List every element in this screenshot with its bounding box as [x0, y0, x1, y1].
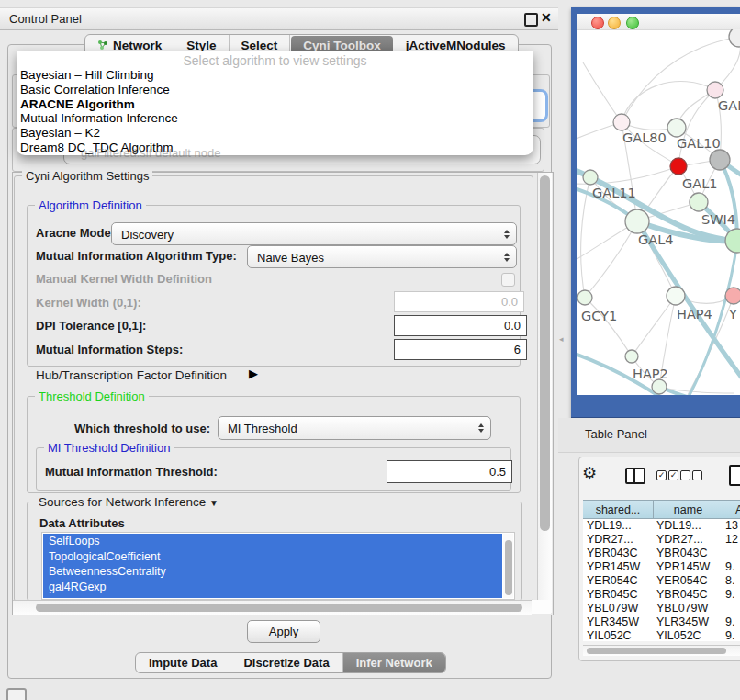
table-row[interactable]: YDL19...YDL19...13 [583, 519, 740, 533]
network-node-y[interactable] [725, 288, 740, 304]
kernel-width-field[interactable]: 0.0 [394, 291, 524, 312]
unchecked-checkbox-icon[interactable] [692, 470, 702, 480]
table-row[interactable]: YIL052CYIL052C9. [583, 629, 740, 641]
popup-header: Select algorithm to view settings [17, 53, 533, 68]
aracne-mode-value: Discovery [121, 227, 174, 241]
network-node[interactable] [729, 29, 740, 47]
settings-vscrollbar-thumb[interactable] [540, 175, 550, 531]
settings-hscrollbar[interactable] [13, 600, 532, 615]
floating-panel-icon[interactable] [6, 688, 27, 700]
table-row[interactable]: YBR043CYBR043C [583, 547, 740, 560]
table-hscrollbar-thumb[interactable] [587, 648, 726, 654]
bottom-tab-infer-network[interactable]: Infer Network [343, 653, 445, 672]
bottom-tab-impute-data[interactable]: Impute Data [136, 653, 230, 672]
expand-arrow-icon[interactable]: ▶ [249, 367, 258, 380]
mi-steps-label: Mutual Information Steps: [36, 343, 183, 356]
table-row[interactable]: YDR27...YDR27...12 [583, 533, 740, 547]
sources-title-text: Sources for Network Inference [39, 495, 206, 509]
background-combo-ghost-text: galFiltered.sif default node [81, 146, 220, 160]
algorithm-option-basic-correlation-inference[interactable]: Basic Correlation Inference [20, 83, 530, 97]
manual-kernel-label: Manual Kernel Width Definition [36, 272, 212, 286]
data-attributes-label: Data Attributes [39, 516, 125, 530]
mi-threshold-label: Mutual Information Threshold: [45, 465, 218, 479]
network-node[interactable] [652, 379, 667, 394]
minimize-traffic-light-icon[interactable] [608, 17, 621, 29]
aracne-mode-combo[interactable]: Discovery [111, 222, 517, 245]
network-node-label: GAL [718, 98, 740, 113]
which-threshold-combo[interactable]: MI Threshold [218, 416, 491, 440]
network-node-swi4[interactable] [690, 193, 708, 211]
table-rows: YDL19...YDL19...13YDR27...YDR27...12YBR0… [583, 519, 740, 641]
attribute-item-betweennesscentrality[interactable]: BetweennessCentrality [43, 564, 502, 580]
table-row[interactable]: YBL079WYBL079W [583, 602, 740, 615]
algorithm-definition-title: Algorithm Definition [35, 198, 146, 212]
network-node-gal80[interactable] [613, 114, 630, 130]
mi-type-label: Mutual Information Algorithm Type: [36, 249, 237, 263]
table-row[interactable]: YPR145WYPR145W9. [583, 560, 740, 574]
table-row[interactable]: YER054CYER054C8. [583, 574, 740, 588]
network-node-gcy1[interactable] [577, 290, 592, 305]
checked-checkbox-icon[interactable]: ✓ [668, 470, 678, 480]
close-traffic-light-icon[interactable] [591, 17, 604, 29]
table-cell: 9. [722, 560, 740, 574]
network-node-label: GAL1 [682, 176, 717, 191]
mi-steps-field[interactable]: 6 [394, 339, 527, 360]
column-header-shared[interactable]: shared... [583, 500, 654, 519]
table-panel-titlebar: Table Panel [558, 418, 740, 453]
close-icon[interactable]: ✕ [541, 10, 552, 25]
network-canvas[interactable]: GALGAL80GAL10GAL1GAL11SWI4GAL4GCY1HAP4YH… [577, 29, 740, 395]
table-hscrollbar[interactable] [583, 645, 740, 656]
table-cell: YER054C [653, 574, 722, 588]
algorithm-option-mutual-information-inference[interactable]: Mutual Information Inference [20, 111, 530, 126]
data-attributes-list[interactable]: SelfLoopsTopologicalCoefficientBetweenne… [41, 532, 515, 600]
bottom-tab-discretize-data[interactable]: Discretize Data [230, 653, 342, 672]
attribute-item-gal4rgexp[interactable]: gal4RGexp [43, 580, 502, 595]
mi-threshold-value: 0.5 [489, 465, 506, 479]
network-node-label: SWI4 [701, 212, 735, 227]
network-node-gal10[interactable] [667, 119, 686, 137]
split-columns-icon[interactable] [625, 468, 645, 484]
network-node-gal[interactable] [707, 82, 723, 98]
table-row[interactable]: YBR045CYBR045C9. [583, 588, 740, 602]
apply-button[interactable]: Apply [247, 620, 320, 643]
table-cell: 9. [722, 615, 740, 629]
network-node-hap2[interactable] [625, 350, 638, 363]
table-cell: YBR045C [653, 588, 722, 602]
algorithm-option-bayesian-hill-climbing[interactable]: Bayesian – Hill Climbing [20, 68, 530, 83]
algorithm-option-bayesian-k2[interactable]: Bayesian – K2 [20, 126, 530, 141]
network-node-gal4[interactable] [625, 209, 649, 233]
unchecked-checkbox-icon[interactable] [680, 470, 690, 480]
settings-hscrollbar-thumb[interactable] [36, 604, 522, 612]
zoom-traffic-light-icon[interactable] [626, 17, 639, 29]
attribute-item-selfloops[interactable]: SelfLoops [43, 534, 502, 549]
splitter-handle-icon[interactable]: ◂ [559, 334, 564, 344]
algorithm-dropdown-popup: Select algorithm to view settings Bayesi… [17, 51, 533, 155]
table-row[interactable]: YLR345WYLR345W9. [583, 615, 740, 629]
list-vscrollbar-thumb[interactable] [505, 540, 512, 595]
list-vscrollbar[interactable] [503, 534, 513, 598]
page-icon[interactable] [729, 465, 740, 486]
collapse-arrow-icon[interactable]: ▼ [209, 498, 219, 508]
network-node-gal11[interactable] [583, 170, 598, 185]
manual-kernel-checkbox[interactable] [501, 273, 515, 287]
checked-checkbox-icon[interactable]: ✓ [656, 470, 667, 480]
mi-threshold-field[interactable]: 0.5 [387, 460, 512, 483]
hub-definition-label: Hub/Transcription Factor Definition [36, 368, 227, 382]
network-node[interactable] [710, 150, 730, 170]
scrollbar-corner [532, 600, 551, 614]
attribute-item-topologicalcoefficient[interactable]: TopologicalCoefficient [43, 549, 502, 565]
mi-steps-value: 6 [514, 343, 521, 356]
float-panel-icon[interactable] [524, 13, 538, 27]
algorithm-option-aracne-algorithm[interactable]: ARACNE Algorithm [20, 97, 530, 112]
gear-icon[interactable]: ⚙ [582, 463, 597, 483]
column-header-name[interactable]: name [654, 500, 723, 519]
mi-type-combo[interactable]: Naive Bayes [247, 245, 517, 268]
network-node-hap4[interactable] [667, 287, 685, 305]
network-node-gal1[interactable] [670, 158, 687, 175]
aracne-mode-label: Aracne Mode: [36, 226, 115, 240]
dpi-tolerance-field[interactable]: 0.0 [394, 315, 527, 336]
settings-vscrollbar[interactable] [537, 173, 552, 613]
network-node-label: GAL80 [622, 130, 667, 145]
network-window-titlebar[interactable] [577, 14, 740, 30]
column-header-a[interactable]: A [723, 500, 740, 519]
